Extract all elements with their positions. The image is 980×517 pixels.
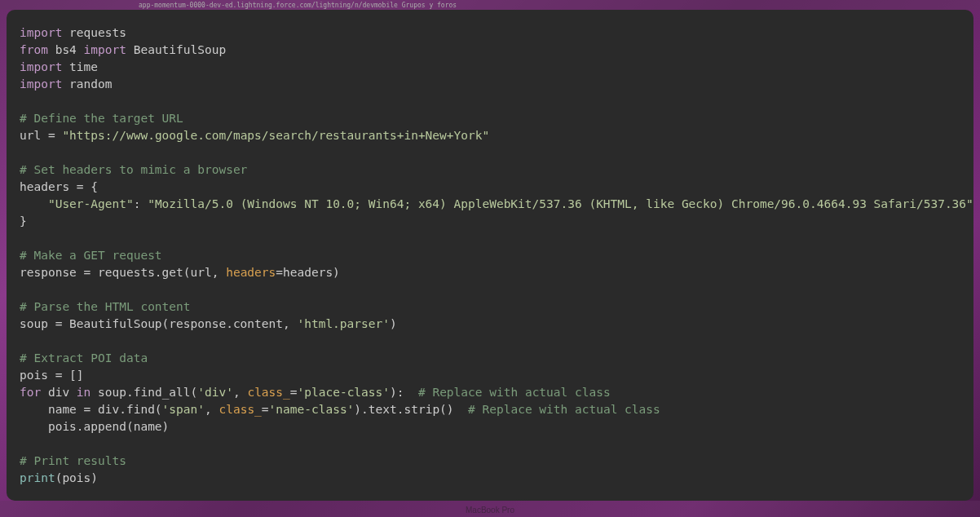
comment: # Parse the HTML content [20,300,191,313]
keyword-from: from [20,43,48,56]
string-div: 'div' [197,386,233,399]
comment-inline: # Replace with actual class [468,403,660,416]
background-url-bar: app-momentum-0000-dev-ed.lightning.force… [0,0,980,10]
code-content: import requests from bs4 import Beautifu… [20,24,960,487]
comment: # Set headers to mimic a browser [20,163,247,176]
keyword-import: import [20,60,62,73]
comment-inline: # Replace with actual class [418,386,611,399]
string-key: "User-Agent" [48,197,134,210]
string-parser: 'html.parser' [297,317,390,330]
string-url: "https://www.google.com/maps/search/rest… [62,129,489,142]
keyword-import: import [84,43,126,56]
comment: # Define the target URL [20,112,183,125]
macbook-label: MacBook Pro [466,506,514,515]
param-class: class_ [219,403,261,416]
string-span: 'span' [162,403,205,416]
keyword-in: in [77,386,90,399]
comment: # Make a GET request [20,249,162,262]
keyword-for: for [20,386,41,399]
keyword-import: import [20,77,62,91]
param-class: class_ [247,386,289,399]
comment: # Print results [20,454,126,467]
string-place: 'place-class' [298,386,391,399]
string-ua: "Mozilla/5.0 (Windows NT 10.0; Win64; x6… [148,197,973,210]
string-name: 'name-class' [269,403,355,416]
builtin-print: print [20,471,55,484]
keyword-import: import [20,26,62,39]
param-headers: headers [226,266,276,279]
code-block: import requests from bs4 import Beautifu… [7,10,973,501]
url-text: app-momentum-0000-dev-ed.lightning.force… [139,2,457,9]
comment: # Extract POI data [20,351,148,365]
